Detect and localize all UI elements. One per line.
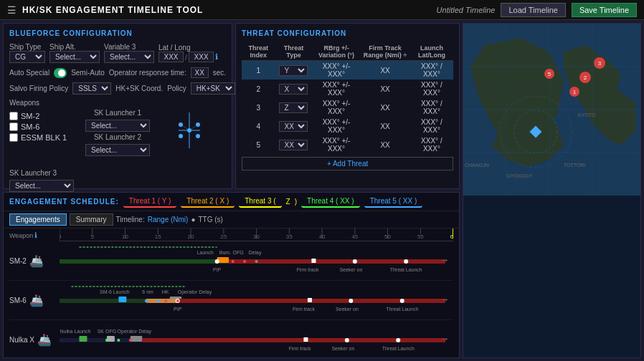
sm6-row: SM-6 (9, 122, 82, 131)
op-response-input[interactable] (191, 67, 209, 78)
sm2-timeline: Launch Illum. OFG Delay PIP Firm track S… (60, 241, 453, 280)
threat-type-select[interactable]: XX (279, 140, 308, 150)
threat-type-select[interactable]: X (279, 84, 308, 95)
svg-point-41 (243, 260, 246, 263)
sk-launcher2-select[interactable]: Select... (85, 144, 150, 156)
svg-text:45: 45 (351, 234, 358, 240)
threat-range: XX (360, 80, 409, 98)
long-input[interactable] (189, 52, 214, 62)
variable3-col: Variable 3 Select... (104, 43, 154, 63)
svg-text:5: 5 (91, 234, 95, 240)
threat-index: 3 (242, 98, 275, 117)
svg-point-84 (117, 339, 120, 342)
threat-header-range: Firm Track Range (Nmi) ÷ (360, 43, 409, 61)
sk-launcher1-select[interactable]: Select... (85, 120, 150, 132)
svg-text:Illum.: Illum. (219, 250, 231, 255)
threat3-close: ) (295, 198, 297, 206)
table-row[interactable]: 5 XX XXX° +/- XXX° XX XXX° / XXX° (242, 135, 453, 154)
threat-index: 4 (242, 117, 275, 135)
svg-text:GYONGGY: GYONGGY (506, 173, 533, 178)
top-bar-left: ☰ HK/SK ENGAGEMENT TIMELINE TOOL (7, 4, 203, 16)
threat-table: Threat Index Threat Type RBrg +/- Variat… (242, 43, 453, 154)
sm2-name: SM-2 (9, 257, 27, 265)
hksk-policy-label: Policy (167, 85, 186, 92)
threat-type: Z (275, 98, 312, 117)
table-row[interactable]: 3 Z XXX° +/- XXX° XX XXX° / XXX° (242, 98, 453, 117)
svg-rect-66 (308, 298, 312, 302)
lat-input[interactable] (158, 52, 184, 62)
launchers-col: SK Launcher 1 Select... SK Launcher 2 Se… (85, 99, 150, 156)
threat-config: THREAT CONFIGURATION Threat Index Threat… (235, 23, 460, 189)
timeline-controls: Engagements Summary Timeline: Range (Nmi… (4, 211, 459, 228)
map-panel: 3 2 1 5 CHANGJN GYONGGY KYOTO TOTTORI (463, 23, 641, 358)
sm6-checkbox[interactable] (9, 122, 18, 131)
threat-type-select[interactable]: Z (279, 102, 308, 113)
weapons-label: Weapons (9, 99, 82, 107)
ship-alt-col: Ship Alt. Select... (49, 43, 100, 63)
svg-text:Launch: Launch (197, 250, 214, 255)
sm6-timeline-svg: SM-6 Launch 6 nm HK Operator Delay PIP F… (60, 281, 453, 319)
hksk-policy-select[interactable]: HK+SK (191, 82, 235, 95)
table-row[interactable]: 4 XX XXX° +/- XXX° XX XXX° / XXX° (242, 117, 453, 135)
schedule-title: ENGAGEMENT SCHEDULE: (9, 198, 119, 206)
top-bar-right: Untitled Timeline Load Timeline Save Tim… (437, 3, 637, 17)
tto-label: TTG (s) (198, 216, 222, 223)
svg-text:30: 30 (253, 234, 260, 240)
nulkax-ship-icon: 🚢 (37, 333, 52, 347)
svg-text:2: 2 (584, 74, 587, 81)
engagement-schedule: ENGAGEMENT SCHEDULE: Threat 1 ( Y ) Thre… (3, 192, 460, 358)
variable3-select[interactable]: Select... (104, 51, 154, 63)
threat-tab-4[interactable]: Threat 4 ( XX ) (301, 196, 360, 208)
sm2-checkbox[interactable] (9, 112, 18, 120)
sk-launcher1-label: SK Launcher 1 (94, 109, 141, 117)
timeline-label: Timeline: (116, 216, 145, 223)
salvo-select[interactable]: SSLS (72, 82, 111, 95)
sm6-label: SM-6 (21, 122, 39, 131)
threat-range: XX (360, 135, 409, 154)
threat-index: 5 (242, 135, 275, 154)
svg-text:KYOTO: KYOTO (578, 112, 596, 117)
timeline-name: Untitled Timeline (437, 6, 496, 14)
threat-type-select[interactable]: Y (279, 65, 308, 76)
load-timeline-button[interactable]: Load Timeline (501, 3, 566, 17)
svg-text:Seeker on: Seeker on (331, 346, 354, 351)
salvo-row: Salvo Firing Policy SSLS HK+SK Coord. Po… (9, 82, 226, 95)
threat-header-launch: Launch Lat/Long (410, 43, 453, 61)
auto-special-toggle[interactable] (54, 68, 67, 78)
svg-text:25: 25 (220, 234, 227, 240)
summary-tab[interactable]: Summary (70, 213, 113, 226)
essm-label: ESSM BLK 1 (21, 133, 67, 142)
ship-type-select[interactable]: CG (9, 51, 45, 63)
save-timeline-button[interactable]: Save Timeline (572, 3, 637, 17)
ship-config-row: Ship Type CG Ship Alt. Select... Variabl… (9, 43, 226, 63)
svg-point-40 (232, 260, 235, 263)
svg-text:3: 3 (598, 60, 602, 67)
threat-range: XX (360, 61, 409, 80)
sk-launcher3-select[interactable]: Select... (9, 180, 74, 192)
sk-launcher2-label: SK Launcher 2 (94, 133, 141, 141)
threat-type: XX (275, 135, 312, 154)
threat-rbrg: XXX° +/- XXX° (313, 135, 361, 154)
engagements-tab[interactable]: Engagements (9, 213, 67, 226)
threat-type-select[interactable]: XX (279, 121, 308, 132)
table-row[interactable]: 2 X XXX° +/- XXX° XX XXX° / XXX° (242, 80, 453, 98)
app-title: HK/SK ENGAGEMENT TIMELINE TOOL (22, 5, 203, 15)
add-threat-button[interactable]: + Add Threat (242, 157, 453, 170)
weapon-info-icon: ℹ (34, 231, 37, 239)
threat-type: XX (275, 117, 312, 135)
svg-point-44 (353, 259, 357, 264)
threat-title: THREAT CONFIGURATION (242, 29, 453, 37)
svg-text:HK: HK (162, 289, 169, 294)
threat-tab-1[interactable]: Threat 1 ( Y ) (123, 196, 177, 208)
threat-tab-3[interactable]: Threat 3 ( (239, 196, 281, 208)
essm-checkbox[interactable] (9, 133, 18, 142)
table-row[interactable]: 1 Y XXX° +/- XXX° XX XXX° / XXX° (242, 61, 453, 80)
svg-point-88 (396, 338, 400, 342)
threat-tab-2[interactable]: Threat 2 ( X ) (181, 196, 235, 208)
svg-point-42 (255, 260, 258, 263)
menu-icon[interactable]: ☰ (7, 4, 16, 16)
threat-header-rbrg: RBrg +/- Variation (°) (313, 43, 361, 61)
threat-tab-5[interactable]: Threat 5 ( XX ) (364, 196, 423, 208)
auto-special-row: Auto Special Semi-Auto Operator response… (9, 67, 226, 78)
ship-alt-select[interactable]: Select... (49, 51, 100, 63)
